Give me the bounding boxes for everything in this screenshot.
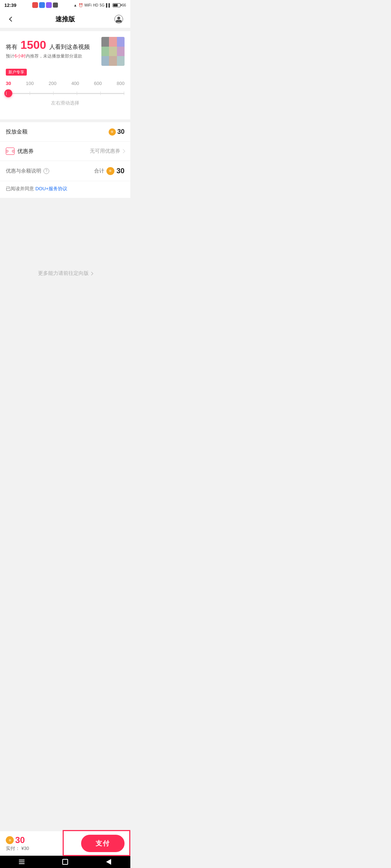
status-app-icons (32, 2, 58, 8)
investment-label-section: 投放金额 (6, 128, 28, 135)
slider-label-100: 100 (26, 81, 34, 86)
promo-suffix: 人看到这条视频 (49, 44, 90, 50)
main-content: 将有 1500 人看到这条视频 预计6小时内推荐，未达播放量部分退款 (0, 31, 130, 313)
investment-row: 投放金额 ⊙ 30 (0, 122, 130, 142)
more-capability-text: 更多能力请前往定向版 (38, 270, 89, 277)
slider-track (6, 93, 125, 94)
agreement-link[interactable]: DOU+服务协议 (35, 186, 67, 191)
profile-icon (114, 15, 123, 24)
header: 速推版 (0, 10, 130, 28)
slider-section[interactable]: 30 100 200 400 600 800 (6, 79, 125, 114)
promo-header: 将有 1500 人看到这条视频 预计6小时内推荐，未达播放量部分退款 (6, 37, 125, 66)
5g-icon: 5G (100, 3, 104, 7)
app-icon-other (46, 2, 52, 8)
status-time: 12:39 (4, 3, 16, 8)
more-capability-section[interactable]: 更多能力请前往定向版 (0, 263, 130, 284)
app-icon-douyin (32, 2, 38, 8)
summary-total-label: 合计 (94, 168, 104, 174)
slider-track-wrap[interactable] (6, 88, 125, 98)
coupon-value: 无可用优惠券 (90, 148, 120, 154)
promo-subtitle: 预计6小时内推荐，未达播放量部分退款 (6, 53, 90, 59)
video-thumbnail (101, 37, 125, 66)
promo-title-section: 将有 1500 人看到这条视频 预计6小时内推荐，未达播放量部分退款 (6, 37, 90, 64)
page-title: 速推版 (17, 15, 113, 24)
coupon-icon (6, 148, 14, 155)
battery-icon (113, 3, 121, 7)
status-bar: 12:39 ▲ ⏰ WiFi HD 5G ▌▌ 66 (0, 0, 130, 10)
agreement-row: 已阅读并同意 DOU+服务协议 (0, 181, 130, 198)
promo-prefix: 将有 (6, 44, 17, 50)
new-user-badge: 新户专享 (6, 69, 27, 76)
coupon-chevron-icon (121, 149, 125, 153)
slider-label-600: 600 (94, 81, 102, 86)
signal-bars-icon: ▌▌ (106, 3, 111, 7)
hd-icon: HD (93, 3, 98, 7)
investment-amount-section: ⊙ 30 (109, 128, 125, 136)
slider-label-800: 800 (117, 81, 125, 86)
coupon-row[interactable]: 优惠券 无可用优惠券 (0, 142, 130, 161)
wifi-icon: WiFi (84, 3, 92, 7)
summary-label: 优惠与余额说明 (6, 168, 41, 174)
summary-amount-section: 合计 ⊙ 30 (94, 167, 125, 175)
info-icon[interactable]: ? (43, 168, 49, 174)
empty-space (0, 198, 130, 263)
app-icon-28 (53, 3, 58, 8)
slider-label-200: 200 (49, 81, 56, 86)
coupon-label-section: 优惠券 (6, 148, 34, 155)
promo-view-count: 1500 (20, 38, 46, 51)
summary-amount: 30 (117, 167, 125, 175)
coin-icon-summary: ⊙ (106, 167, 114, 175)
coin-icon-investment: ⊙ (109, 128, 116, 136)
slider-hint: 左右滑动选择 (6, 100, 125, 106)
divider-1 (0, 119, 130, 122)
coupon-label: 优惠券 (17, 148, 34, 155)
signal-icon: ▲ (73, 3, 77, 7)
coupon-value-section[interactable]: 无可用优惠券 (90, 148, 125, 154)
more-capability-chevron-icon (89, 272, 93, 275)
slider-label-30: 30 (6, 81, 11, 86)
back-arrow-icon (9, 16, 14, 21)
status-right-icons: ▲ ⏰ WiFi HD 5G ▌▌ 66 (73, 3, 126, 7)
alarm-icon: ⏰ (79, 3, 83, 7)
investment-label: 投放金额 (6, 128, 28, 135)
promo-title: 将有 1500 人看到这条视频 (6, 37, 90, 53)
app-icon-telegram (39, 2, 45, 8)
summary-row: 优惠与余额说明 ? 合计 ⊙ 30 (0, 161, 130, 181)
promo-card: 将有 1500 人看到这条视频 预计6小时内推荐，未达播放量部分退款 (0, 31, 130, 119)
profile-button[interactable] (113, 13, 125, 25)
battery-percent: 66 (122, 3, 126, 7)
agreement-prefix: 已阅读并同意 (6, 186, 34, 191)
slider-thumb[interactable] (4, 89, 12, 97)
summary-label-section: 优惠与余额说明 ? (6, 168, 49, 174)
slider-label-400: 400 (71, 81, 79, 86)
investment-amount: 30 (117, 128, 125, 136)
slider-labels: 30 100 200 400 600 800 (6, 81, 125, 86)
back-button[interactable] (6, 13, 17, 25)
